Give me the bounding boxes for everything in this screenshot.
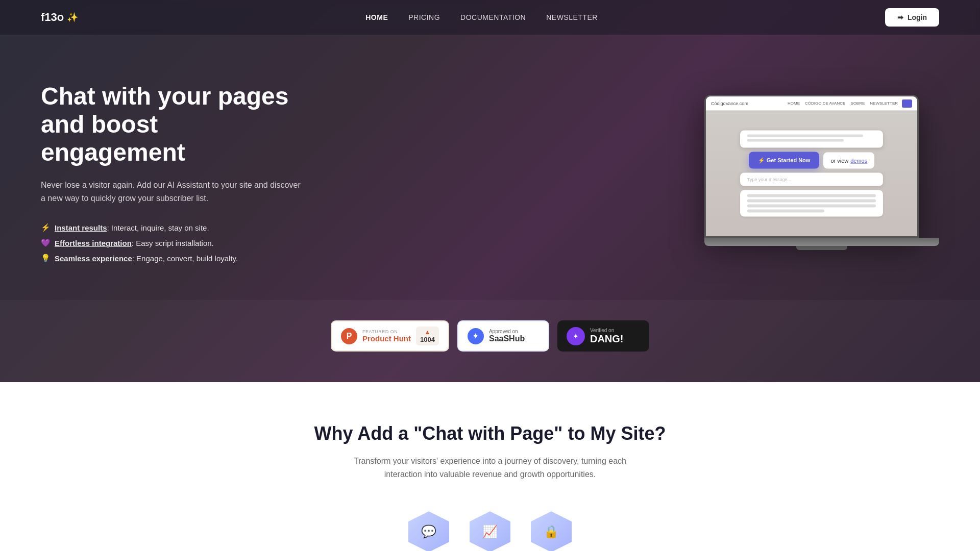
ph-votes: ▲ 1004 — [416, 327, 439, 345]
navbar: f13o ✨ HOME PRICING DOCUMENTATION NEWSLE… — [0, 0, 980, 35]
why-card-3: 🔒 — [531, 511, 572, 551]
product-hunt-badge[interactable]: P FEATURED ON Product Hunt ▲ 1004 — [331, 320, 449, 352]
ph-featured-label: FEATURED ON — [362, 329, 411, 334]
laptop-content: ⚡ Get Started Now or view demos Type you… — [706, 111, 917, 236]
feature-instant: ⚡ Instant results: Interact, inquire, st… — [41, 223, 306, 232]
product-hunt-icon: P — [341, 328, 357, 344]
nav-documentation[interactable]: DOCUMENTATION — [460, 13, 526, 21]
integration-icon: 💜 — [41, 238, 51, 247]
feature-seamless: 💡 Seamless experience: Engage, convert, … — [41, 254, 306, 263]
laptop-stand — [796, 246, 847, 250]
feature-list: ⚡ Instant results: Interact, inquire, st… — [41, 223, 306, 263]
ph-vote-count: 1004 — [420, 336, 435, 343]
laptop-mockup: CódigoVance.com HOME CÓDIGO DE AVANCE SO… — [704, 95, 919, 238]
nav-newsletter[interactable]: NEWSLETTER — [546, 13, 598, 21]
hero-right: CódigoVance.com HOME CÓDIGO DE AVANCE SO… — [704, 95, 939, 250]
why-title: Why Add a "Chat with Page" to My Site? — [41, 423, 939, 444]
why-subtitle: Transform your visitors' experience into… — [352, 455, 628, 481]
why-card-icon-2: 📈 — [470, 511, 510, 551]
saashub-name-label: SaaSHub — [489, 334, 525, 343]
hero-title: Chat with your pages and boost engagemen… — [41, 82, 306, 167]
product-hunt-text: FEATURED ON Product Hunt — [362, 329, 411, 343]
seamless-rest: : Engage, convert, build loyalty. — [132, 254, 238, 263]
seamless-icon: 💡 — [41, 254, 51, 263]
saashub-text: Approved on SaaSHub — [489, 329, 525, 343]
saashub-icon: ✦ — [468, 328, 484, 344]
why-card-icon-3: 🔒 — [531, 511, 572, 551]
chat-buttons-row: ⚡ Get Started Now or view demos — [749, 152, 875, 169]
demos-link[interactable]: demos — [850, 157, 867, 163]
icon-shape-1: 💬 — [408, 511, 449, 551]
nav-links: HOME PRICING DOCUMENTATION NEWSLETTER — [365, 13, 598, 22]
or-view-text: or view — [830, 157, 848, 163]
dang-text: Verified on DANG! — [590, 328, 624, 345]
dang-icon: ✦ — [567, 327, 585, 345]
why-card-icon-1: 💬 — [408, 511, 449, 551]
integration-link[interactable]: Effortless integration — [55, 239, 132, 247]
nav-home[interactable]: HOME — [365, 13, 388, 21]
hero-left: Chat with your pages and boost engagemen… — [41, 82, 306, 263]
card-icon-2-symbol: 📈 — [482, 524, 498, 539]
badges-section: P FEATURED ON Product Hunt ▲ 1004 ✦ Appr… — [0, 300, 980, 382]
login-button[interactable]: ➡ Login — [885, 8, 939, 27]
dang-badge[interactable]: ✦ Verified on DANG! — [557, 320, 649, 352]
card-icon-3-symbol: 🔒 — [544, 524, 559, 539]
nav-pricing[interactable]: PRICING — [408, 13, 440, 21]
seamless-link[interactable]: Seamless experience — [55, 254, 132, 263]
why-cards: 💬 📈 🔒 — [41, 511, 939, 551]
text-line-4 — [747, 210, 824, 213]
why-section: Why Add a "Chat with Page" to My Site? T… — [0, 382, 980, 551]
chat-demos-button[interactable]: or view demos — [823, 152, 874, 168]
chat-text-content — [740, 190, 883, 217]
chat-input[interactable]: Type your message... — [740, 173, 883, 186]
dang-verified-label: Verified on — [590, 328, 624, 333]
instant-rest: : Interact, inquire, stay on site. — [107, 223, 209, 232]
hero-section: Chat with your pages and boost engagemen… — [0, 35, 980, 300]
hero-subtitle: Never lose a visitor again. Add our AI A… — [41, 179, 306, 205]
ph-name-label: Product Hunt — [362, 334, 411, 343]
feature-integration: 💜 Effortless integration: Easy script in… — [41, 238, 306, 247]
dang-name-label: DANG! — [590, 333, 624, 345]
input-placeholder: Type your message... — [747, 177, 791, 182]
laptop-topbar: CódigoVance.com HOME CÓDIGO DE AVANCE SO… — [706, 96, 917, 111]
ph-arrow-icon: ▲ — [425, 329, 431, 336]
sparkle-icon: ✨ — [67, 12, 78, 23]
why-card-2: 📈 — [470, 511, 510, 551]
text-line-3 — [747, 205, 876, 208]
login-icon: ➡ — [897, 13, 903, 21]
card-icon-1-symbol: 💬 — [421, 524, 436, 539]
instant-icon: ⚡ — [41, 223, 51, 232]
chat-overlay: ⚡ Get Started Now or view demos Type you… — [740, 131, 883, 217]
chat-get-started-button[interactable]: ⚡ Get Started Now — [749, 152, 820, 169]
why-card-1: 💬 — [408, 511, 449, 551]
icon-shape-2: 📈 — [470, 511, 510, 551]
logo[interactable]: f13o ✨ — [41, 11, 78, 24]
text-line-1 — [747, 194, 876, 197]
saashub-badge[interactable]: ✦ Approved on SaaSHub — [457, 320, 549, 352]
laptop-icon — [902, 99, 912, 108]
logo-text: f13o — [41, 11, 64, 24]
integration-rest: : Easy script installation. — [132, 239, 214, 247]
login-label: Login — [908, 13, 927, 21]
icon-shape-3: 🔒 — [531, 511, 572, 551]
laptop-base — [704, 238, 939, 246]
laptop-screen: CódigoVance.com HOME CÓDIGO DE AVANCE SO… — [706, 96, 917, 236]
text-line-2 — [747, 199, 876, 203]
saashub-approved-label: Approved on — [489, 329, 525, 334]
instant-link[interactable]: Instant results — [55, 223, 107, 232]
chat-bubble — [740, 131, 883, 148]
laptop-url: CódigoVance.com — [711, 101, 783, 106]
laptop-nav-items: HOME CÓDIGO DE AVANCE SOBRE NEWSLETTER — [788, 101, 898, 106]
